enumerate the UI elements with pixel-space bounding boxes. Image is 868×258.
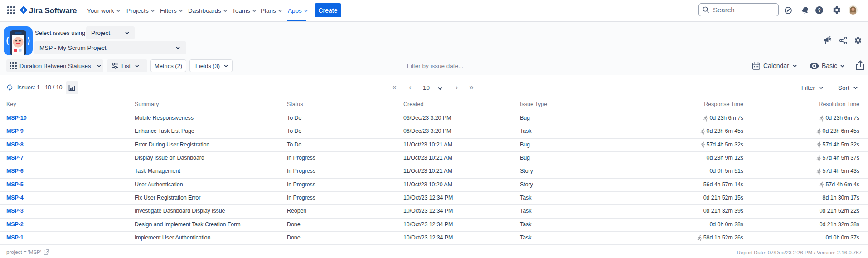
svg-text:?: ? — [818, 7, 820, 13]
